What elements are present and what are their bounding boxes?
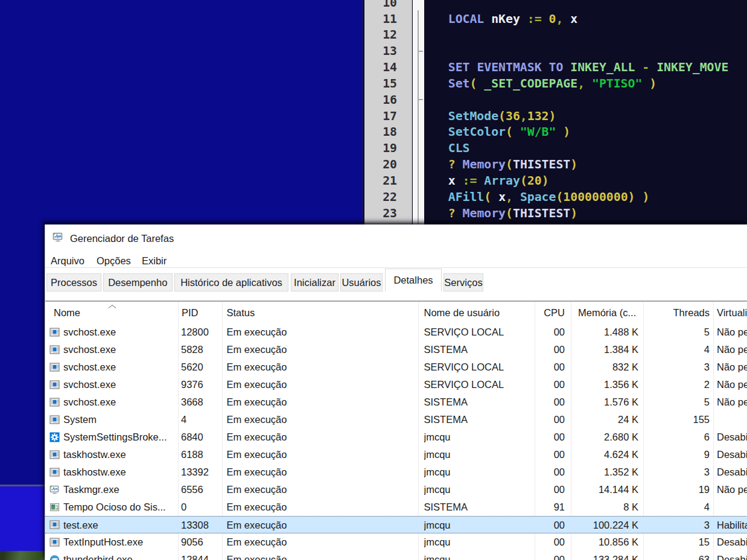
code-token (520, 12, 527, 26)
code-token: ) (649, 77, 656, 91)
cell-user: jmcqu (424, 428, 533, 446)
cell-cpu: 00 (535, 376, 565, 393)
editor-line-number-gutter: 1011121314151617181920212223 (364, 0, 412, 224)
code-token: 0 (549, 12, 556, 26)
cell-mem: 1.576 K (571, 393, 638, 411)
code-token: Memory (463, 206, 506, 220)
table-row-svchost-exe[interactable]: svchost.exe3668Em execuçãoSISTEMA001.576… (45, 393, 747, 411)
cell-mem: 100.224 K (571, 517, 638, 534)
window-icon (49, 450, 60, 460)
table-row-taskhostw-exe[interactable]: taskhostw.exe6188Em execuçãojmcqu004.624… (45, 446, 747, 463)
code-token: TO (549, 60, 564, 74)
menu-separator (45, 267, 747, 268)
column-header-memoria-c[interactable]: Memória (c... (578, 302, 642, 323)
table-row-svchost-exe[interactable]: svchost.exe5620Em execuçãoSERVIÇO LOCAL0… (45, 358, 747, 376)
code-line-22: AFill( x, Space(100000000) ) (427, 189, 649, 205)
cell-threads: 5 (643, 393, 710, 411)
table-row-taskhostw-exe[interactable]: taskhostw.exe13392Em execuçãojmcqu001.35… (45, 463, 747, 481)
line-number: 22 (361, 189, 397, 205)
tab-historico-de-aplicativos[interactable]: Histórico de aplicativos (174, 273, 288, 291)
column-header-status[interactable]: Status (227, 302, 414, 323)
code-token (427, 109, 448, 123)
column-header-virtualizacao[interactable]: Virtualização (717, 302, 747, 323)
code-token (427, 141, 448, 155)
code-token: SetMode (448, 109, 498, 123)
cell-virt (717, 498, 747, 516)
cell-user: jmcqu (424, 446, 533, 463)
table-row-tempo-ocioso-do-sis[interactable]: Tempo Ocioso do Sis...0Em execuçãoSISTEM… (45, 498, 747, 516)
code-token: THISTEST (513, 158, 570, 171)
cell-mem: 8 K (571, 498, 638, 516)
cell-pid: 5828 (181, 341, 220, 358)
cell-user: SISTEMA (424, 498, 533, 516)
tab-usuarios[interactable]: Usuários (340, 273, 383, 291)
table-row-systemsettingsbroke[interactable]: SystemSettingsBroke...6840Em execuçãojmc… (45, 428, 747, 446)
line-number: 16 (361, 92, 397, 108)
cell-name: thunderbird.exe (63, 551, 176, 560)
cell-status: Em execução (227, 463, 414, 481)
code-token (642, 77, 649, 91)
tab-inicializar[interactable]: Inicializar (291, 273, 339, 291)
code-token: Set (448, 77, 470, 91)
cell-mem: 1.352 K (571, 463, 638, 481)
code-token: 20 (527, 174, 542, 188)
column-header-cpu[interactable]: CPU (535, 302, 565, 323)
code-token (563, 12, 570, 26)
code-token: := (527, 12, 542, 26)
menu-exibir[interactable]: Exibir (142, 254, 167, 267)
fold-end-marker-icon[interactable] (418, 99, 423, 100)
cell-threads: 6 (643, 428, 710, 446)
line-number: 14 (361, 59, 397, 75)
editor-code-area[interactable]: LOCAL nKey := 0, x SET EVENTMASK TO INKE… (424, 0, 747, 224)
menu-opcoes[interactable]: Opções (97, 254, 131, 267)
cell-pid: 13308 (181, 517, 220, 534)
code-token: ) (642, 190, 649, 204)
tab-detalhes[interactable]: Detalhes (385, 269, 442, 291)
code-token: Space (520, 190, 556, 204)
code-token: THISTEST (513, 206, 570, 220)
code-token: , (520, 109, 527, 123)
window-icon (49, 397, 60, 407)
cell-threads: 4 (643, 498, 710, 516)
table-row-system[interactable]: System4Em execuçãoSISTEMA0024 K155 (45, 411, 747, 428)
cell-name: Tempo Ocioso do Sis... (63, 498, 176, 516)
cell-mem: 133.284 K (571, 551, 638, 560)
table-row-svchost-exe[interactable]: svchost.exe5828Em execuçãoSISTEMA001.384… (45, 341, 747, 358)
cell-pid: 12844 (181, 551, 220, 560)
line-number: 13 (361, 43, 397, 59)
table-row-svchost-exe[interactable]: svchost.exe12800Em execuçãoSERVIÇO LOCAL… (45, 323, 747, 341)
tab-processos[interactable]: Processos (46, 273, 101, 291)
table-row-textinputhost-exe[interactable]: TextInputHost.exe9056Em execuçãojmcqu001… (45, 533, 747, 551)
cell-pid: 5620 (181, 358, 220, 376)
cell-virt: Não permitido (717, 341, 747, 358)
code-token: SetColor (448, 125, 506, 139)
cell-pid: 9376 (181, 376, 220, 393)
column-header-threads[interactable]: Threads (643, 302, 710, 323)
code-line-15: Set( _SET_CODEPAGE, "PTISO" ) (427, 75, 656, 92)
tab-servicos[interactable]: Serviços (443, 273, 483, 291)
cell-pid: 0 (181, 498, 220, 516)
menu-arquivo[interactable]: Arquivo (51, 254, 84, 267)
table-row-svchost-exe[interactable]: svchost.exe9376Em execuçãoSERVIÇO LOCAL0… (45, 376, 747, 393)
table-row-thunderbird-exe[interactable]: thunderbird.exe12844Em execuçãojmcqu0013… (45, 551, 747, 560)
cell-user: jmcqu (424, 551, 533, 560)
tab-desempenho[interactable]: Desempenho (103, 273, 173, 291)
column-header-pid[interactable]: PID (182, 302, 220, 323)
fold-end-marker-icon[interactable] (418, 51, 423, 52)
cell-status: Em execução (227, 498, 414, 516)
cell-cpu: 00 (535, 463, 565, 481)
code-token (635, 60, 642, 74)
code-token: ? (448, 158, 456, 171)
line-number: 21 (361, 173, 397, 189)
cell-status: Em execução (227, 551, 414, 560)
table-row-test-exe[interactable]: test.exe13308Em execuçãojmcqu00100.224 K… (45, 516, 747, 533)
window-icon (49, 415, 60, 425)
cell-name: SystemSettingsBroke... (63, 428, 176, 446)
table-row-taskmgr-exe[interactable]: Taskmgr.exe6556Em execuçãojmcqu0014.144 … (45, 481, 747, 498)
code-token: ( (506, 158, 513, 171)
cell-cpu: 91 (535, 498, 565, 516)
cell-virt: Desabilitado (717, 428, 747, 446)
code-token (477, 77, 484, 91)
cell-user: jmcqu (424, 517, 533, 534)
column-header-nome-de-usuario[interactable]: Nome de usuário (424, 302, 533, 323)
